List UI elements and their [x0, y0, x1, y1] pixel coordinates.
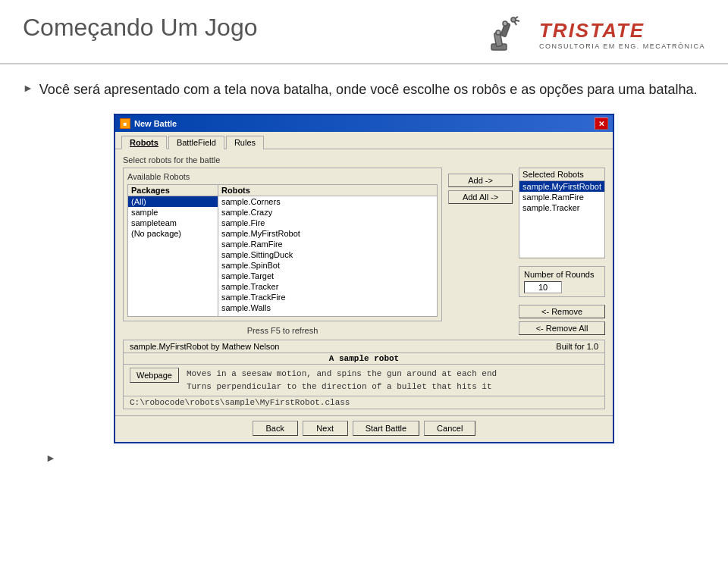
- robot-item-crazy[interactable]: sample.Crazy: [218, 207, 437, 218]
- back-button[interactable]: Back: [253, 421, 298, 436]
- packages-header: Packages: [128, 185, 218, 196]
- info-body: Webpage Moves in a seesaw motion, and sp…: [124, 365, 604, 396]
- tab-robots[interactable]: Robots: [121, 136, 167, 149]
- logo-subtitle: CONSULTORIA EM ENG. MECATRÔNICA: [539, 42, 705, 50]
- available-robots-section: Available Robots Packages (All) sample s…: [123, 168, 442, 321]
- selected-robot-myfirstrobot[interactable]: sample.MyFirstRobot: [519, 181, 604, 192]
- logo-brand: TRISTATE: [539, 19, 705, 42]
- bottom-indicator: ►: [23, 443, 705, 472]
- selected-robot-ramfire[interactable]: sample.RamFire: [519, 192, 604, 202]
- packages-list[interactable]: Packages (All) sample sampleteam (No pac…: [127, 184, 218, 317]
- info-robot-name: sample.MyFirstRobot by Mathew Nelson: [130, 342, 279, 351]
- dialog-tabs: Robots BattleField Rules: [115, 132, 613, 149]
- bullet-arrow-icon: ►: [23, 82, 33, 94]
- selected-robots-section: Selected Robots sample.MyFirstRobot samp…: [519, 168, 605, 258]
- cancel-button[interactable]: Cancel: [424, 421, 475, 436]
- bullet-text: Você será apresentado com a tela nova ba…: [39, 80, 698, 100]
- dialog-title: New Battle: [134, 119, 177, 128]
- available-robots-inner: Packages (All) sample sampleteam (No pac…: [127, 184, 438, 317]
- add-buttons-panel: Add -> Add All ->: [448, 168, 513, 335]
- add-button[interactable]: Add ->: [448, 174, 513, 187]
- next-button[interactable]: Next: [303, 421, 348, 436]
- info-section: sample.MyFirstRobot by Mathew Nelson Bui…: [123, 340, 605, 409]
- info-description: Moves in a seesaw motion, and spins the …: [187, 368, 497, 393]
- selected-robots-title: Selected Robots: [519, 168, 604, 181]
- robot-item-target[interactable]: sample.Target: [218, 271, 437, 281]
- bottom-arrow-icon: ►: [46, 452, 56, 464]
- webpage-button[interactable]: Webpage: [130, 368, 179, 383]
- refresh-text: Press F5 to refresh: [123, 326, 442, 335]
- selected-robot-tracker[interactable]: sample.Tracker: [519, 202, 604, 213]
- page-header: Começando Um Jogo TRISTATE CONSULT: [0, 0, 728, 64]
- info-header: sample.MyFirstRobot by Mathew Nelson Bui…: [124, 340, 604, 353]
- robot-item-corners[interactable]: sample.Corners: [218, 196, 437, 207]
- info-desc-title: A sample robot: [124, 353, 604, 365]
- package-item-sample[interactable]: sample: [128, 207, 218, 218]
- dialog-close-button[interactable]: ✕: [595, 117, 608, 130]
- bullet-item: ► Você será apresentado com a tela nova …: [23, 80, 705, 100]
- add-all-button[interactable]: Add All ->: [448, 190, 513, 204]
- page-title: Começando Um Jogo: [23, 14, 257, 42]
- middle-section: Available Robots Packages (All) sample s…: [123, 168, 605, 335]
- dialog-body: Select robots for the battle Available R…: [115, 149, 613, 415]
- tab-rules[interactable]: Rules: [226, 136, 264, 149]
- svg-point-6: [511, 17, 516, 22]
- robot-item-fire[interactable]: sample.Fire: [218, 218, 437, 228]
- available-robots-title: Available Robots: [127, 172, 438, 181]
- svg-point-8: [503, 21, 507, 26]
- package-item-nopackage[interactable]: (No package): [128, 228, 218, 239]
- robot-item-tracker[interactable]: sample.Tracker: [218, 281, 437, 292]
- dialog-footer: Back Next Start Battle Cancel: [115, 415, 613, 442]
- remove-all-button[interactable]: <- Remove All: [519, 321, 605, 335]
- titlebar-left: ■ New Battle: [120, 118, 177, 129]
- logo: TRISTATE CONSULTORIA EM ENG. MECATRÔNICA: [488, 14, 705, 55]
- start-battle-button[interactable]: Start Battle: [353, 421, 419, 436]
- info-line-1: Moves in a seesaw motion, and spins the …: [187, 368, 497, 381]
- selected-robots-list[interactable]: sample.MyFirstRobot sample.RamFire sampl…: [519, 181, 604, 257]
- available-robots-container: Available Robots Packages (All) sample s…: [123, 168, 442, 335]
- rounds-input[interactable]: [524, 281, 562, 293]
- dialog-titlebar: ■ New Battle ✕: [115, 115, 613, 132]
- right-panel: Selected Robots sample.MyFirstRobot samp…: [519, 168, 605, 335]
- package-item-sampleteam[interactable]: sampleteam: [128, 218, 218, 228]
- content-area: ► Você será apresentado com a tela nova …: [0, 64, 728, 487]
- new-battle-dialog: ■ New Battle ✕ Robots BattleField Rules …: [114, 114, 614, 443]
- remove-button[interactable]: <- Remove: [519, 305, 605, 318]
- info-built-for: Built for 1.0: [556, 342, 598, 351]
- dialog-app-icon: ■: [120, 118, 130, 129]
- logo-text: TRISTATE CONSULTORIA EM ENG. MECATRÔNICA: [539, 19, 705, 50]
- robot-item-ramfire[interactable]: sample.RamFire: [218, 239, 437, 249]
- rounds-section: Number of Rounds: [519, 266, 605, 297]
- robot-item-spinbot[interactable]: sample.SpinBot: [218, 260, 437, 271]
- robot-item-sittingduck[interactable]: sample.SittingDuck: [218, 249, 437, 260]
- robot-item-trackfire[interactable]: sample.TrackFire: [218, 292, 437, 302]
- dialog-wrapper: ■ New Battle ✕ Robots BattleField Rules …: [23, 114, 705, 443]
- robots-header: Robots: [218, 185, 437, 196]
- robots-list[interactable]: Robots sample.Corners sample.Crazy sampl…: [218, 184, 438, 317]
- svg-point-7: [496, 30, 500, 35]
- remove-buttons: <- Remove <- Remove All: [519, 305, 605, 335]
- tab-battlefield[interactable]: BattleField: [168, 136, 224, 149]
- rounds-title: Number of Rounds: [524, 270, 600, 279]
- robot-item-myfirstrobot[interactable]: sample.MyFirstRobot: [218, 228, 437, 239]
- info-line-2: Turns perpendicular to the direction of …: [187, 381, 497, 393]
- section-label: Select robots for the battle: [123, 155, 605, 164]
- info-path: C:\robocode\robots\sample\MyFirstRobot.c…: [124, 396, 604, 409]
- robot-item-walls[interactable]: sample.Walls: [218, 302, 437, 313]
- package-item-all[interactable]: (All): [128, 196, 218, 207]
- robot-arm-icon: [488, 14, 533, 55]
